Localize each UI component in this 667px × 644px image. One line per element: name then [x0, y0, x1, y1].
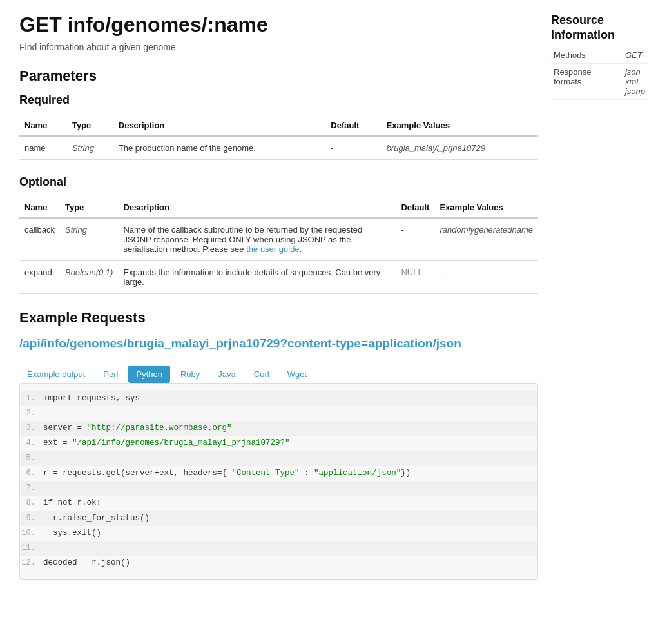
sidebar-row-methods: Methods GET: [551, 47, 648, 64]
sidebar-formats-label: Response formats: [551, 63, 623, 99]
param-type: Boolean(0,1): [60, 261, 118, 294]
col-name: Name: [19, 197, 60, 219]
param-default: NULL: [396, 261, 434, 294]
param-example: -: [434, 261, 538, 294]
col-description: Description: [113, 115, 326, 137]
table-row: callback String Name of the callback sub…: [19, 218, 538, 261]
tab-wget[interactable]: Wget: [280, 366, 314, 383]
sidebar-methods-value: GET: [623, 47, 648, 64]
code-line-11: 11.: [20, 541, 537, 556]
col-name: Name: [19, 115, 67, 137]
table-row: expand Boolean(0,1) Expands the informat…: [19, 261, 538, 294]
code-block: 1. import requests, sys 2. 3. server = "…: [19, 383, 538, 580]
code-line-2: 2.: [20, 406, 537, 421]
col-type: Type: [60, 197, 118, 219]
col-description: Description: [118, 197, 396, 219]
col-type: Type: [67, 115, 113, 137]
param-description: The production name of the genome.: [113, 136, 326, 160]
param-description: Expands the information to include detai…: [118, 261, 396, 294]
tab-ruby[interactable]: Ruby: [173, 366, 208, 383]
param-name: callback: [19, 218, 60, 261]
sidebar-row-formats: Response formats json xml jsonp: [551, 63, 648, 99]
col-example: Example Values: [382, 115, 538, 137]
code-line-8: 8. if not r.ok:: [20, 496, 537, 511]
user-guide-link[interactable]: the user guide: [246, 244, 299, 254]
code-line-10: 10. sys.exit(): [20, 526, 537, 541]
sidebar-title: Resource Information: [551, 13, 648, 43]
parameters-heading: Parameters: [19, 68, 538, 84]
desc-text: Name of the callback subroutine to be re…: [123, 225, 362, 254]
param-default: -: [396, 218, 434, 261]
code-line-6: 6. r = requests.get(server+ext, headers=…: [20, 466, 537, 481]
code-line-12: 12. decoded = r.json(): [20, 556, 537, 571]
required-params-table: Name Type Description Default Example Va…: [19, 115, 538, 160]
code-line-1: 1. import requests, sys: [20, 391, 537, 406]
sidebar: Resource Information Methods GET Respons…: [551, 13, 648, 580]
code-line-4: 4. ext = "/api/info/genomes/brugia_malay…: [20, 436, 537, 451]
col-default: Default: [325, 115, 381, 137]
col-default: Default: [396, 197, 434, 219]
page-subtitle: Find information about a given genome: [19, 42, 538, 52]
tab-perl[interactable]: Perl: [95, 366, 126, 383]
desc-suffix: .: [300, 244, 302, 254]
param-example: brugia_malayi_prjna10729: [382, 136, 538, 160]
optional-params-table: Name Type Description Default Example Va…: [19, 197, 538, 294]
tab-example-output[interactable]: Example output: [19, 366, 93, 383]
sidebar-methods-label: Methods: [551, 47, 623, 64]
optional-heading: Optional: [19, 175, 538, 189]
code-line-9: 9. r.raise_for_status(): [20, 511, 537, 526]
param-example: randomlygeneratedname: [434, 218, 538, 261]
code-line-5: 5.: [20, 451, 537, 466]
param-description: Name of the callback subroutine to be re…: [118, 218, 396, 261]
tab-python[interactable]: Python: [128, 366, 169, 383]
param-name: expand: [19, 261, 60, 294]
table-row: name String The production name of the g…: [19, 136, 538, 160]
sidebar-info-table: Methods GET Response formats json xml js…: [551, 47, 648, 100]
required-heading: Required: [19, 93, 538, 107]
tab-curl[interactable]: Curl: [246, 366, 277, 383]
param-name: name: [19, 136, 67, 160]
example-requests-heading: Example Requests: [19, 309, 538, 326]
code-line-7: 7.: [20, 481, 537, 496]
param-type: String: [60, 218, 118, 261]
param-default: -: [325, 136, 381, 160]
sidebar-formats-values: json xml jsonp: [623, 63, 648, 99]
code-tabs: Example output Perl Python Ruby Java Cur…: [19, 366, 538, 383]
code-line-3: 3. server = "http://parasite.wormbase.or…: [20, 421, 537, 436]
example-url-link[interactable]: /api/info/genomes/brugia_malayi_prjna107…: [19, 335, 538, 353]
col-example: Example Values: [434, 197, 538, 219]
page-title: GET info/genomes/:name: [19, 13, 538, 37]
tab-java[interactable]: Java: [210, 366, 243, 383]
param-type: String: [67, 136, 113, 160]
